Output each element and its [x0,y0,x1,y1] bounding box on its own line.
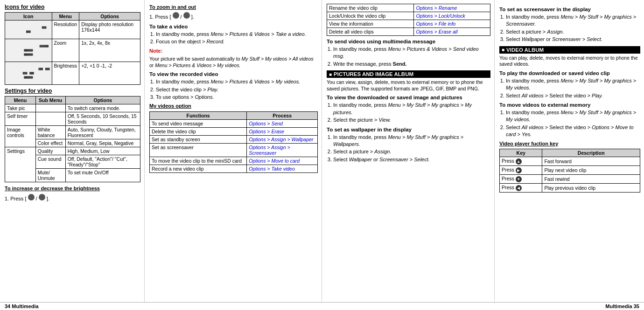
proc-rename: Options > Rename [414,4,490,12]
desc-next-clip: Play next video clip [542,165,640,174]
menu-col-header: Menu [52,13,79,21]
zoom-icon-cell: ▦▦▦▦▦▦▦▦▦▦▦▦ [5,39,52,62]
list-item: In standby mode, press Menu > My Stuff >… [506,109,640,124]
list-item: Select All videos > Select the video > O… [506,124,640,138]
proc-delete: Options > Erase [247,127,318,135]
func-screensaver: Set as screensaver [150,143,247,157]
zoom-section-title: To zoom in and out [149,4,318,11]
take-video-steps: In standby mode, press Menu > Pictures &… [156,31,318,46]
bottom-bar: 34 Multimedia Multimedia 35 [0,302,644,310]
note-text: Your picture will be saved automatically… [149,56,318,69]
table-row: Settings Quality High, Medium, Low [5,147,140,155]
coloreffect-options: Normal, Gray, Sepia, Negative [65,139,140,147]
desc-prev-clip: Play previous video clip [542,183,640,192]
quality-submenu: Quality [35,147,65,155]
send-videos-title: To send videos using multimedia message [327,39,490,44]
video-album-header: VIDEO ALBUM [499,46,640,54]
settings-options-header: Options [65,96,140,104]
list-item: In standby mode, press Menu > Pictures &… [156,31,318,38]
mute-options: To set mute On/Off [65,169,140,182]
whitebalance-options: Auto, Sunny, Cloudy, Tungsten, Fluoresce… [65,126,140,139]
proc-lockunlock: Options > Lock/Unlock [414,12,490,20]
func-move: To move the video clip to the miniSD car… [150,157,247,165]
settings-submenu-header: Sub Menu [35,96,65,104]
takepic-options: To switch camera mode. [65,104,140,112]
list-item: Select Wallpaper or Screensaver > Select… [333,156,490,163]
middle-column: To zoom in and out 1. Press [ / ]. To ta… [145,0,322,310]
list-item: In standby mode, press Menu > My Stuff >… [506,77,640,92]
cuesound-options: Off, Default, "Action"/ "Cut", "Ready"/"… [65,155,140,169]
zoom-circle-btn2 [183,12,190,19]
settings-menu: Settings [5,147,36,182]
icons-for-video-title: Icons for video [5,4,140,10]
pictures-intro: You can view, assign, delete, moves to e… [327,79,490,92]
key-btn-3: ▼ [516,176,522,182]
set-wallpaper-title: To set as wallpaper in the display [327,127,490,132]
brightness-instruction: 1. Press [ / ]. [5,194,140,202]
table-row: ▦▦▦▦▦▦▦▦▦▦▦▦ Zoom 1x, 2x, 4x, 8x [5,39,140,62]
list-item: In standby mode, press Menu > My Stuff >… [333,102,490,116]
proc-record: Options > Take video [247,165,318,172]
table-row: Rename the video clip Options > Rename [327,4,490,12]
options-col-header: Options [79,13,140,21]
list-item: Select All videos > Select the video > P… [506,92,640,99]
move-video-steps: In standby mode, press Menu > My Stuff >… [506,109,640,138]
view-image-steps: In standby mode, press Menu > My Stuff >… [333,102,490,124]
brightness-icon-cell: ▦▦ ▦▦▦▦ ▦▦▦▦▦▦ [5,62,52,85]
takepic-menu: Take pic [5,104,36,112]
set-screensaver-title: To set as screensaver in the display [499,7,640,12]
selftimer-options: Off, 5 Seconds, 10 Seconds, 15 Seconds [65,112,140,126]
set-wallpaper-steps: In standby mode, press Menu > My Stuff >… [333,134,490,164]
key-btn-1: ▲ [516,158,522,165]
func-standby: Set as standby screen [150,135,247,143]
down-btn [28,194,35,200]
play-video-steps: In standby mode, press Menu > My Stuff >… [506,77,640,99]
func-deleteall: Delete all video clips [327,28,414,36]
key-btn-2: ▶ [516,167,522,173]
left-column: Icons for video Icon Menu Options ▦▦▦▦ R… [0,0,145,310]
process-header: Process [247,111,318,119]
video-player-title: Video player fuction key [499,140,640,147]
note-label: Note: [149,48,318,55]
settings-table: Menu Sub Menu Options Take pic To switch… [5,96,140,182]
table-row: Press ◀ Play previous video clip [500,183,640,192]
func-send: To send video message [150,119,247,127]
my-videos-table: Functions Process To send video message … [149,111,318,173]
more-options-table: Rename the video clip Options > Rename L… [327,4,490,36]
table-row: ▦▦▦▦ Resolution Display photo resolution… [5,21,140,39]
list-item: In standby mode, press Menu > Pictures &… [156,78,318,85]
table-row: Set as standby screen Options > Assign >… [150,135,318,143]
table-row: View the information Options > File info [327,20,490,28]
table-row: ▦▦ ▦▦▦▦ ▦▦▦▦▦▦ Brightness +2, +1 0 -1, -… [5,62,140,85]
key-prev-clip: Press ◀ [500,183,542,192]
proc-deleteall: Options > Erase all [414,28,490,36]
proc-viewinfo: Options > File info [414,20,490,28]
proc-send: Options > Send [247,119,318,127]
desc-fast-rewind: Fast rewind [542,174,640,183]
quality-options: High, Medium, Low [65,147,140,155]
list-item: Select a picture > Assign. [506,28,640,35]
list-item: Select a picture > Assign. [333,148,490,155]
func-record: Record a new video clip [150,165,247,172]
zoom-menu: Zoom [52,39,79,62]
whitebalance-submenu: White balance [35,126,65,139]
right-footer: Multimedia 35 [605,303,639,309]
func-viewinfo: View the information [327,20,414,28]
key-fast-rewind: Press ▼ [500,174,542,183]
brightness-menu: Brightness [52,62,79,85]
table-row: Lock/Unlock the video clip Options > Loc… [327,12,490,20]
list-item: Select the picture > View. [333,117,490,124]
view-recorded-title: To view the recorded video [149,71,318,77]
key-header: Key [500,149,542,157]
resolution-menu: Resolution [52,21,79,39]
key-fast-forward: Press ▲ [500,157,542,165]
video-player-table: Key Description Press ▲ Fast forward Pre… [499,149,640,193]
list-item: Write the message, press Send. [333,61,490,68]
zoom-circle-btn1 [173,12,179,19]
pictures-album-header: PICTURES AND IMAGE ALBUM [327,70,490,78]
proc-standby: Options > Assign > Wallpaper [247,135,318,143]
mute-submenu: Mute/ Unmute [35,169,65,182]
resolution-options: Display photo resolution 176x144 [79,21,140,39]
icon-col-header: Icon [5,13,52,21]
key-next-clip: Press ▶ [500,165,542,174]
